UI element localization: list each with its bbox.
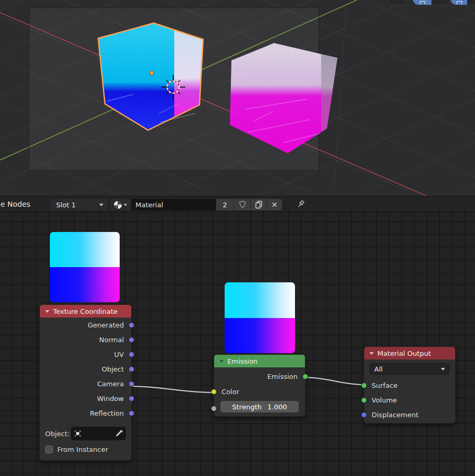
socket-input-color[interactable]	[211, 389, 217, 395]
object-field-row: Object:	[45, 427, 126, 440]
node-header[interactable]: Emission	[214, 355, 305, 367]
emission-preview	[225, 282, 295, 353]
material-id-block: Material 2	[110, 199, 282, 210]
socket-output[interactable]	[129, 366, 134, 372]
socket-input-surface[interactable]	[361, 383, 367, 388]
from-instancer-label: From Instancer	[57, 446, 108, 453]
overlay-active[interactable]	[451, 0, 467, 5]
output-row-object: Object	[40, 362, 131, 376]
strength-label: Strength	[232, 403, 261, 411]
shield-icon	[237, 199, 248, 210]
shading-mode-active[interactable]	[413, 0, 431, 5]
unlink-material-button[interactable]	[267, 199, 282, 210]
output-row-uv: UV	[40, 347, 131, 362]
grid-vertical-line	[334, 0, 346, 196]
shading-icon	[420, 1, 425, 4]
node-material-output[interactable]: Material Output All Surface Volume Displ…	[364, 346, 456, 424]
socket-output[interactable]	[129, 410, 134, 416]
output-row-generated: Generated	[40, 318, 131, 332]
strength-value: 1.000	[268, 403, 287, 411]
slot-select-label: Slot 1	[56, 201, 99, 209]
blender-shading-workspace: e Nodes Slot 1 Material 2	[0, 0, 475, 476]
fake-user-button[interactable]	[234, 199, 250, 210]
material-name: Material	[135, 201, 163, 209]
eyedropper-icon[interactable]	[115, 429, 123, 438]
socket-output[interactable]	[129, 352, 134, 357]
viewport-3d[interactable]	[0, 0, 475, 196]
node-header[interactable]: Material Output	[364, 347, 455, 359]
node-title: Texture Coordinate	[53, 308, 118, 315]
output-row-normal: Normal	[40, 332, 131, 347]
object-origin-dot	[150, 71, 154, 75]
preview-gradient-top	[225, 282, 295, 318]
duplicate-icon	[254, 199, 264, 210]
material-slot-select[interactable]: Slot 1	[51, 199, 108, 210]
output-target-select[interactable]: All	[370, 363, 450, 375]
output-row-emission: Emission	[214, 368, 305, 384]
preview-gradient-top	[50, 232, 120, 267]
node-editor[interactable]: Texture Coordinate Generated Normal UV O…	[0, 212, 475, 476]
shading-mode-inactive[interactable]	[431, 0, 450, 5]
material-user-count: 2	[223, 201, 227, 209]
output-row-window: Window	[40, 391, 131, 406]
socket-output[interactable]	[129, 337, 134, 343]
viewport-header-pill[interactable]	[387, 0, 407, 5]
node-texture-coordinate[interactable]: Texture Coordinate Generated Normal UV O…	[39, 304, 132, 461]
socket-input-strength[interactable]	[211, 406, 217, 411]
viewport-shading-toggle[interactable]	[413, 0, 450, 5]
from-instancer-checkbox[interactable]	[45, 446, 53, 453]
socket-output-camera[interactable]	[129, 381, 134, 387]
chevron-down-icon	[124, 204, 127, 206]
node-title: Emission	[227, 357, 258, 365]
strength-slider[interactable]: Strength 1.000	[220, 401, 299, 412]
close-icon	[269, 199, 280, 210]
link-camera-to-color	[132, 386, 214, 393]
viewport-overlay-toggle[interactable]	[450, 0, 475, 5]
from-instancer-row: From Instancer	[45, 445, 126, 454]
output-row-camera: Camera	[40, 376, 131, 391]
object-data-icon	[73, 429, 82, 438]
chevron-down-icon	[99, 204, 103, 206]
overlay-icon	[457, 1, 462, 4]
object-field-label: Object:	[45, 430, 70, 438]
material-name-field[interactable]: Material	[131, 199, 216, 210]
link-emission-to-surface	[305, 377, 364, 385]
new-material-button[interactable]	[251, 199, 267, 210]
node-header[interactable]: Texture Coordinate	[40, 305, 131, 318]
socket-input-volume[interactable]	[361, 397, 367, 403]
node-emission[interactable]: Emission Emission Color Strength 1.000	[214, 354, 305, 417]
socket-input-displacement[interactable]	[361, 412, 367, 418]
node-title: Material Output	[377, 350, 431, 357]
chevron-down-icon	[441, 368, 445, 371]
material-users-button[interactable]: 2	[216, 199, 234, 210]
pin-button[interactable]	[294, 198, 307, 211]
material-sphere-icon	[113, 200, 122, 209]
socket-output-emission[interactable]	[302, 374, 308, 379]
use-nodes-label[interactable]: e Nodes	[1, 196, 30, 213]
input-row-color: Color	[214, 384, 305, 399]
socket-output[interactable]	[129, 322, 134, 328]
socket-output[interactable]	[129, 396, 134, 401]
object-picker-field[interactable]	[71, 427, 126, 440]
collapse-triangle-icon[interactable]	[45, 310, 49, 313]
input-row-surface: Surface	[364, 378, 455, 393]
shader-editor-header: e Nodes Slot 1 Material 2	[0, 196, 475, 212]
preview-gradient-bottom	[225, 318, 295, 354]
collapse-triangle-icon[interactable]	[370, 352, 374, 355]
browse-material-button[interactable]	[110, 199, 131, 210]
input-row-displacement: Displacement	[364, 407, 455, 422]
texture-coordinate-preview	[50, 232, 120, 302]
output-row-reflection: Reflection	[40, 406, 131, 420]
overlay-inactive[interactable]	[467, 0, 475, 5]
pin-icon	[295, 199, 307, 210]
preview-gradient-bottom	[50, 267, 120, 302]
input-row-volume: Volume	[364, 393, 455, 407]
collapse-triangle-icon[interactable]	[219, 360, 224, 363]
strength-row: Strength 1.000	[214, 401, 305, 412]
